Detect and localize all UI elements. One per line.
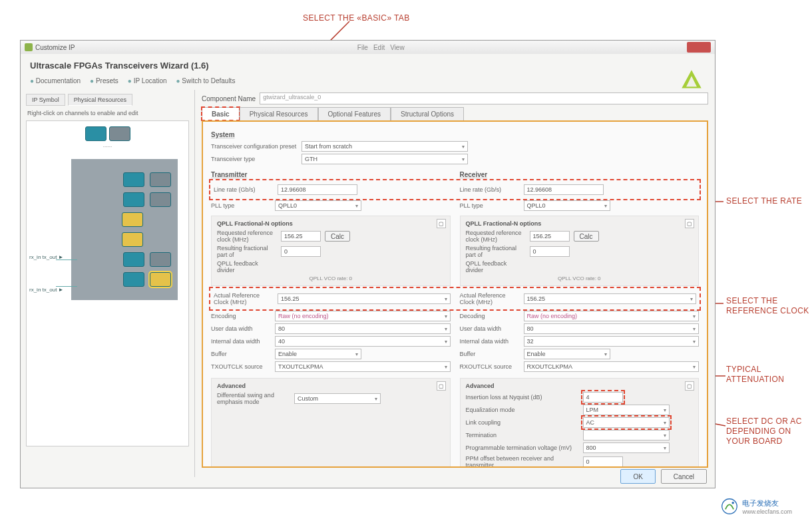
tab-physical[interactable]: Physical Resources [240, 107, 318, 120]
rx-pll-select[interactable]: QPLL0 [524, 200, 610, 211]
collapse-icon[interactable]: ▢ [437, 381, 446, 391]
rx-dw-label: User data width [460, 325, 520, 332]
qpll-frac-input[interactable]: 0 [530, 246, 570, 257]
callout-refclk-2: REFERENCE CLOCK [726, 306, 809, 315]
titlebar-menu-item[interactable]: File [357, 44, 368, 51]
qpll-title: QPLL Fractional-N options [217, 220, 445, 227]
tab-structural[interactable]: Structural Options [391, 107, 464, 120]
qpll-req-input[interactable]: 156.25 [281, 231, 321, 242]
watermark-icon [721, 498, 738, 515]
svg-point-5 [722, 499, 737, 514]
tx-dw-select[interactable]: 80 [275, 323, 451, 334]
adv-rx-ppm-input[interactable]: 0 [583, 456, 623, 467]
tabbar: Basic Physical Resources Optional Featur… [202, 107, 708, 120]
adv-rx-pvt-select[interactable]: 800 [583, 442, 670, 453]
adv-rx-title: Advanced [466, 383, 694, 389]
adv-rx-pvt-label: Programmable termination voltage (mV) [466, 444, 579, 451]
watermark-text: 电子发烧友 [742, 498, 792, 508]
app-title: Customize IP [35, 44, 75, 51]
calc-button[interactable]: Calc [325, 231, 350, 242]
svg-point-6 [732, 502, 734, 504]
tx-rate-input[interactable]: 12.96608 [278, 184, 357, 195]
titlebar-menu-item[interactable]: Edit [373, 44, 385, 51]
qpll-req-label: Requested reference clock (MHz) [217, 230, 277, 243]
cancel-button[interactable]: Cancel [661, 469, 707, 484]
type-label: Transceiver type [211, 156, 298, 162]
qpll-note: QPLL VCO rate: 0 [217, 275, 445, 281]
tx-pll-select[interactable]: QPLL0 [275, 200, 361, 211]
collapse-icon[interactable]: ▢ [685, 219, 694, 228]
ok-button[interactable]: OK [620, 469, 655, 484]
titlebar-menu-item[interactable]: View [390, 44, 405, 51]
tx-enc-select[interactable]: Raw (no encoding) [275, 311, 451, 321]
toolbar-doc[interactable]: Documentation [30, 77, 81, 85]
watermark-url: www.elecfans.com [742, 508, 792, 515]
rx-pll-label: PLL type [460, 202, 520, 209]
callout-dcac-1: SELECT DC OR AC [726, 417, 802, 426]
tab-optional[interactable]: Optional Features [318, 107, 391, 120]
adv-tx-diff-label: Differential swing and emphasis mode [217, 392, 290, 405]
rx-int-label: Internal data width [460, 338, 520, 345]
left-tab-physical[interactable]: Physical Resources [68, 94, 132, 106]
collapse-icon[interactable]: ▢ [437, 219, 446, 228]
callout-rate: SELECT THE RATE [726, 196, 802, 206]
adv-rx-il-label: Insertion loss at Nyquist (dB) [466, 394, 579, 401]
tx-buf-label: Buffer [211, 351, 271, 357]
calc-button[interactable]: Calc [574, 231, 599, 242]
tx-int-label: Internal data width [211, 338, 271, 345]
rx-rate-input[interactable]: 12.96608 [524, 184, 604, 195]
qpll-rx-block: QPLL Fractional-N options ▢ Requested re… [460, 216, 700, 286]
tx-int-select[interactable]: 40 [275, 336, 451, 347]
rx-dec-select[interactable]: Raw (no encoding) [524, 311, 700, 321]
tx-buf-select[interactable]: Enable [275, 349, 361, 359]
qpll-frac-input[interactable]: 0 [281, 246, 321, 257]
close-button[interactable] [687, 42, 711, 53]
diagram-label: ······ [32, 144, 183, 150]
rx-dw-select[interactable]: 80 [524, 323, 700, 334]
vendor-logo [680, 69, 703, 91]
adv-rx-eq-label: Equalization mode [466, 407, 579, 413]
left-tab-symbol[interactable]: IP Symbol [26, 94, 65, 106]
tx-ref-select[interactable]: 156.25 [278, 293, 451, 304]
diagram-chip[interactable] [109, 126, 130, 141]
tx-pll-label: PLL type [211, 202, 271, 209]
callout-atten-2: ATTENUATION [726, 375, 784, 384]
type-select[interactable]: GTH [302, 154, 468, 164]
diagram-body [71, 159, 178, 300]
toolbar-presets[interactable]: Presets [90, 77, 118, 85]
rx-clk-select[interactable]: RXOUTCLKPMA [524, 361, 700, 372]
callout-dcac-2: DEPENDING ON [726, 427, 791, 436]
qpll-req-input[interactable]: 156.25 [530, 231, 570, 242]
rx-int-select[interactable]: 32 [524, 336, 700, 347]
callout-atten-1: TYPICAL [726, 365, 761, 374]
rx-ref-select[interactable]: 156.25 [524, 293, 697, 304]
adv-rx-il-input[interactable]: 4 [583, 392, 623, 403]
preset-select[interactable]: Start from scratch [302, 141, 468, 152]
section-rx: Receiver [460, 171, 700, 178]
toolbar-defaults[interactable]: Switch to Defaults [176, 77, 236, 85]
diagram-chip[interactable] [85, 126, 106, 141]
tx-enc-label: Encoding [211, 313, 271, 319]
tx-clk-label: TXOUTCLK source [211, 363, 271, 370]
preset-label: Transceiver configuration preset [211, 143, 298, 150]
component-name-input[interactable]: gtwizard_ultrascale_0 [260, 92, 708, 104]
rx-buf-select[interactable]: Enable [524, 349, 610, 359]
tab-basic[interactable]: Basic [202, 107, 240, 120]
toolbar-iploc[interactable]: IP Location [128, 77, 167, 85]
adv-rx-lc-select[interactable]: AC [583, 417, 670, 428]
footer-buttons: OK Cancel [620, 469, 707, 484]
adv-rx-eq-select[interactable]: LPM [583, 405, 670, 415]
collapse-icon[interactable]: ▢ [685, 381, 694, 391]
rx-ref-label: Actual Reference Clock (MHz) [460, 292, 520, 305]
qpll-tx-block: QPLL Fractional-N options ▢ Requested re… [211, 216, 451, 286]
adv-rx-term-select[interactable] [583, 430, 670, 440]
adv-tx-diff-select[interactable]: Custom [294, 393, 381, 404]
tx-clk-select[interactable]: TXOUTCLKPMA [275, 361, 451, 372]
qpll-fbdiv-label: QPLL feedback divider [466, 260, 526, 273]
app-window: Customize IP File Edit View Ultrascale F… [20, 40, 715, 488]
diagram-port-label: rx_in tx_out ► [29, 287, 64, 293]
titlebar-menu: File Edit View [357, 44, 405, 51]
refclk-row-highlight: Actual Reference Clock (MHz)156.25 Actua… [211, 289, 699, 309]
left-pane: IP Symbol Physical Resources Right-click… [21, 90, 195, 477]
qpll-note: QPLL VCO rate: 0 [466, 275, 694, 281]
